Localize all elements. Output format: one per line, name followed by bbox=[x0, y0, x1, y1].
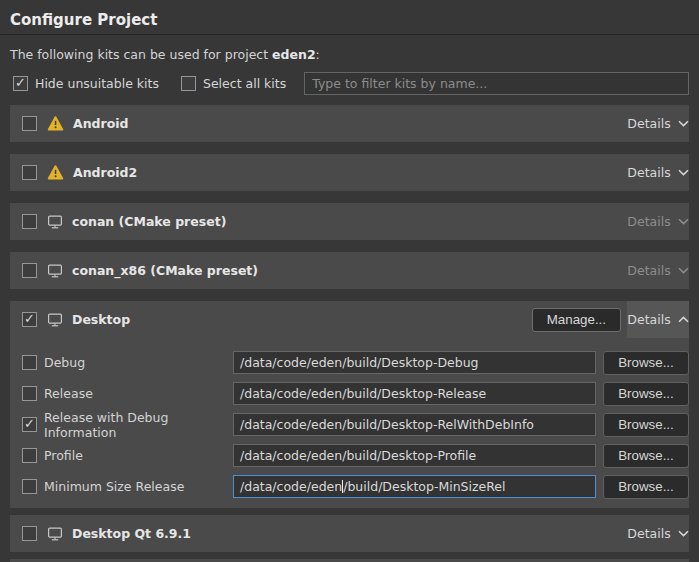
chevron-up-icon bbox=[678, 316, 689, 323]
browse-button[interactable]: Browse... bbox=[603, 351, 689, 375]
config-label: Release bbox=[44, 386, 233, 401]
chevron-down-icon bbox=[678, 267, 689, 274]
kit-name: Android bbox=[73, 116, 129, 131]
hide-unsuitable-checkbox[interactable] bbox=[13, 76, 28, 91]
kit-name: Android2 bbox=[73, 165, 137, 180]
kit-row-desktop-qt[interactable]: Desktop Qt 6.9.1 Details bbox=[10, 515, 689, 552]
chevron-down-icon bbox=[678, 169, 689, 176]
kit-name: Desktop bbox=[72, 312, 130, 327]
kit-name: conan_x86 (CMake preset) bbox=[72, 263, 258, 278]
warning-icon bbox=[47, 116, 64, 131]
desktop-computer-icon bbox=[47, 214, 63, 230]
browse-button[interactable]: Browse... bbox=[603, 413, 689, 437]
select-all-checkbox[interactable] bbox=[181, 76, 196, 91]
chevron-down-icon bbox=[678, 218, 689, 225]
chevron-down-icon bbox=[678, 530, 689, 537]
kit-checkbox[interactable] bbox=[22, 263, 37, 278]
kit-row-android2[interactable]: Android2 Details bbox=[10, 154, 689, 191]
intro-text: The following kits can be used for proje… bbox=[10, 48, 689, 62]
kit-checkbox[interactable] bbox=[22, 526, 37, 541]
details-toggle[interactable]: Details bbox=[627, 252, 689, 289]
intro-suffix: : bbox=[316, 47, 320, 62]
project-name: eden2 bbox=[272, 47, 316, 62]
build-dir-input[interactable]: /data/code/eden/build/Desktop-Profile bbox=[233, 444, 596, 467]
desktop-computer-icon bbox=[47, 263, 63, 279]
page-header: Configure Project bbox=[0, 0, 699, 35]
kit-checkbox[interactable] bbox=[22, 214, 37, 229]
select-all-label[interactable]: Select all kits bbox=[203, 76, 286, 91]
build-dir-input[interactable]: /data/code/eden/build/Desktop-Release bbox=[233, 382, 596, 405]
build-config-row-release: Release /data/code/eden/build/Desktop-Re… bbox=[22, 382, 689, 405]
build-dir-input[interactable]: /data/code/eden/build/Desktop-Debug bbox=[233, 351, 596, 374]
config-label: Minimum Size Release bbox=[44, 479, 233, 494]
details-toggle[interactable]: Details bbox=[627, 105, 689, 142]
browse-button[interactable]: Browse... bbox=[603, 475, 689, 499]
kit-checkbox[interactable] bbox=[22, 312, 37, 327]
build-dir-input-focused[interactable]: /data/code/eden/build/Desktop-MinSizeRel bbox=[233, 475, 596, 498]
kit-row-android[interactable]: Android Details bbox=[10, 105, 689, 142]
desktop-computer-icon bbox=[47, 312, 63, 328]
config-label: Profile bbox=[44, 448, 233, 463]
build-config-row-minsizerel: Minimum Size Release /data/code/eden/bui… bbox=[22, 475, 689, 498]
details-toggle[interactable]: Details bbox=[627, 515, 689, 552]
kit-name: conan (CMake preset) bbox=[72, 214, 226, 229]
config-label: Release with Debug Information bbox=[44, 410, 233, 440]
kit-panel-desktop: Desktop Manage... Details Debug /data/co… bbox=[10, 301, 689, 508]
kit-row-conan-x86[interactable]: conan_x86 (CMake preset) Details bbox=[10, 252, 689, 289]
page-title: Configure Project bbox=[10, 11, 689, 29]
kit-filter-input[interactable]: Type to filter kits by name... bbox=[304, 72, 689, 95]
kit-row-conan[interactable]: conan (CMake preset) Details bbox=[10, 203, 689, 240]
details-toggle[interactable]: Details bbox=[627, 301, 689, 338]
kit-row-desktop[interactable]: Desktop Manage... Details bbox=[10, 301, 689, 338]
details-label: Details bbox=[627, 263, 670, 278]
kit-name: Desktop Qt 6.9.1 bbox=[72, 526, 191, 541]
build-config-row-debug: Debug /data/code/eden/build/Desktop-Debu… bbox=[22, 351, 689, 374]
config-checkbox[interactable] bbox=[22, 448, 37, 463]
desktop-computer-icon bbox=[47, 526, 63, 542]
input-text-after-caret: /build/Desktop-MinSizeRel bbox=[343, 479, 505, 494]
config-checkbox[interactable] bbox=[22, 479, 37, 494]
details-label: Details bbox=[627, 165, 670, 180]
kit-checkbox[interactable] bbox=[22, 165, 37, 180]
build-config-row-profile: Profile /data/code/eden/build/Desktop-Pr… bbox=[22, 444, 689, 467]
config-checkbox[interactable] bbox=[22, 386, 37, 401]
chevron-down-icon bbox=[678, 120, 689, 127]
details-label: Details bbox=[627, 312, 670, 327]
details-label: Details bbox=[627, 116, 670, 131]
kit-checkbox[interactable] bbox=[22, 116, 37, 131]
build-config-row-relwithdebinfo: Release with Debug Information /data/cod… bbox=[22, 413, 689, 436]
details-label: Details bbox=[627, 526, 670, 541]
details-toggle[interactable]: Details bbox=[627, 203, 689, 240]
build-dir-input[interactable]: /data/code/eden/build/Desktop-RelWithDeb… bbox=[233, 413, 596, 436]
config-checkbox[interactable] bbox=[22, 417, 37, 432]
details-label: Details bbox=[627, 214, 670, 229]
input-text-before-caret: /data/code/eden bbox=[240, 479, 342, 494]
warning-icon bbox=[47, 165, 64, 180]
config-label: Debug bbox=[44, 355, 233, 370]
manage-button[interactable]: Manage... bbox=[532, 308, 621, 332]
browse-button[interactable]: Browse... bbox=[603, 444, 689, 468]
hide-unsuitable-label[interactable]: Hide unsuitable kits bbox=[35, 76, 159, 91]
details-toggle[interactable]: Details bbox=[627, 154, 689, 191]
config-checkbox[interactable] bbox=[22, 355, 37, 370]
kit-filter-bar: Hide unsuitable kits Select all kits Typ… bbox=[10, 72, 689, 95]
intro-prefix: The following kits can be used for proje… bbox=[10, 47, 272, 62]
browse-button[interactable]: Browse... bbox=[603, 382, 689, 406]
